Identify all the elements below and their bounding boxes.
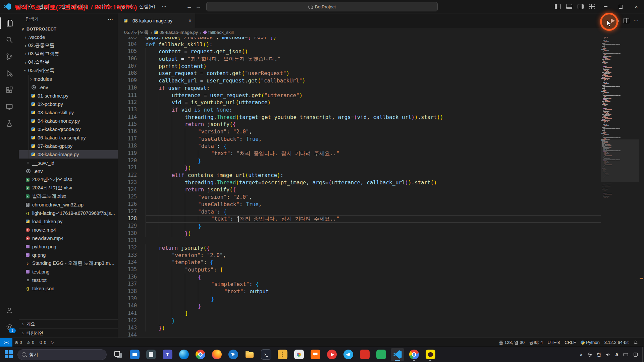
code-line-112[interactable]: 112vid = is_youtube_url(utterance) (118, 99, 601, 106)
taskbar-app-app-red-icon[interactable] (358, 348, 371, 361)
tab-close-icon[interactable]: × (189, 18, 192, 24)
status-warning[interactable]: ⚠0 (24, 338, 37, 347)
code-line-125[interactable]: 125"version": "2.0", (118, 193, 601, 201)
code-line-136[interactable]: 136{ (118, 274, 601, 281)
folder-item-04.슬랙봇[interactable]: ›04.슬랙봇 (19, 58, 118, 66)
file-item-08-kakao-image.py[interactable]: 08-kakao-image.py (19, 150, 118, 159)
status-crlf[interactable]: CRLF (562, 340, 578, 345)
code-line-126[interactable]: 126"useCallback": True, (118, 201, 601, 208)
status-error[interactable]: ⊘0 (12, 338, 24, 347)
toggle-secondary-sidebar-icon[interactable] (578, 4, 584, 9)
taskbar-app-archive-icon[interactable] (276, 348, 289, 361)
file-item-light-lacing-417619-a67070968f7b.js...[interactable]: {}light-lacing-417619-a67070968f7b.js... (19, 209, 118, 217)
code-line-141[interactable]: 141] (118, 310, 601, 317)
taskbar-app-chrome-icon[interactable] (194, 348, 207, 361)
code-line-117[interactable]: 117"useCallback": True, (118, 135, 601, 143)
file-item-2024댄스가요.xlsx[interactable]: x2024댄스가요.xlsx (19, 175, 118, 184)
code-line-124[interactable]: 124return jsonify({ (118, 186, 601, 193)
file-item-load_token.py[interactable]: load_token.py (19, 217, 118, 226)
file-item-04-kakao-money.py[interactable]: 04-kakao-money.py (19, 117, 118, 125)
explorer-icon[interactable] (0, 15, 19, 32)
file-item-발라드노래.xlsx[interactable]: x발라드노래.xlsx (19, 192, 118, 200)
folder-item-modules[interactable]: ›modules (19, 75, 118, 83)
code-line-122[interactable]: 122elif contains_image_url(utterance): (118, 172, 601, 179)
taskbar-app-paint-icon[interactable] (292, 348, 306, 361)
taskbar-app-teams-icon[interactable] (161, 348, 174, 361)
code-line-104[interactable]: 104def fallback_skill(): (118, 41, 601, 48)
workspace-section-header[interactable]: ∨ BOTPROJECT (19, 25, 118, 33)
sidebar-section-개요[interactable]: ›개요 (19, 319, 118, 328)
account-icon[interactable] (0, 302, 19, 319)
tray-network-icon[interactable] (587, 352, 592, 357)
minimap-slider[interactable] (601, 139, 639, 182)
file-item-.env[interactable]: .env (19, 167, 118, 175)
code-line-128[interactable]: 128"text": "처리 중입니다. 잠시 기다려 주세요.." (118, 215, 601, 223)
file-item-test.png[interactable]: test.png (19, 267, 118, 276)
folder-item-.vscode[interactable]: ›.vscode (19, 33, 118, 41)
code-line-107[interactable]: 107pprint(content) (118, 63, 601, 70)
settings-icon[interactable]: 1 (0, 319, 19, 336)
code-line-108[interactable]: 108user_request = content.get("userReque… (118, 70, 601, 77)
taskbar-app-thunderbird-icon[interactable] (226, 348, 240, 361)
code-line-138[interactable]: 138"text": output (118, 288, 601, 295)
file-item-__save_id[interactable]: ≡__save_id (19, 159, 118, 167)
file-item-Standing EGG - 오래된 노래.mp3.mp3[interactable]: ♪Standing EGG - 오래된 노래.mp3.mp3 (19, 259, 118, 267)
taskbar-app-terminal-icon[interactable] (259, 348, 273, 361)
tab-08-kakao-image[interactable]: 08-kakao-image.py × (118, 13, 195, 28)
run-debug-icon[interactable] (0, 65, 19, 82)
file-item-python.png[interactable]: python.png (19, 242, 118, 251)
taskbar-app-kakaotalk-icon[interactable] (424, 348, 437, 361)
taskbar-app-task-view-icon[interactable] (111, 348, 125, 361)
folder-item-02.공통모듈[interactable]: ›02.공통모듈 (19, 41, 118, 50)
code-editor[interactable]: 103@app.route("/fallback", methods=["POS… (118, 37, 644, 338)
code-line-131[interactable]: 131 (118, 237, 601, 244)
tray-ime-a-icon[interactable]: A (615, 352, 619, 357)
file-item-movie.mp4[interactable]: ▸movie.mp4 (19, 226, 118, 234)
breadcrumb-08-kakao-image.py[interactable]: 08-kakao-image.py (154, 30, 198, 35)
tray-hangul-icon[interactable]: 한 (597, 352, 601, 358)
code-line-139[interactable]: 139} (118, 295, 601, 303)
file-item-2024최신가요.xlsx[interactable]: x2024최신가요.xlsx (19, 184, 118, 192)
taskbar-app-edge-icon[interactable] (177, 348, 191, 361)
file-item-newdawn.mp4[interactable]: ▸newdawn.mp4 (19, 234, 118, 242)
taskbar-app-vscode-icon[interactable] (391, 348, 404, 361)
taskbar-app-kakaowork-icon[interactable] (309, 348, 322, 361)
sidebar-section-타임라인[interactable]: ›타임라인 (19, 328, 118, 338)
code-line-110[interactable]: 110if user_request: (118, 84, 601, 92)
code-line-109[interactable]: 109callback_url = user_request.get("call… (118, 77, 601, 84)
code-line-142[interactable]: 142} (118, 317, 601, 324)
folder-item-03.텔레그램봇[interactable]: ›03.텔레그램봇 (19, 50, 118, 58)
taskbar-search[interactable]: 찾기 (17, 349, 107, 360)
status-python[interactable]: Python (578, 340, 602, 345)
code-line-127[interactable]: 127"data": { (118, 208, 601, 216)
file-item-.env[interactable]: .env (19, 83, 118, 92)
forward-arrow-icon[interactable]: → (196, 3, 201, 10)
breadcrumb-fallback_skill[interactable]: fallback_skill (204, 30, 234, 35)
toggle-sidebar-icon[interactable] (555, 4, 561, 9)
taskbar-app-app-green-icon[interactable] (374, 348, 388, 361)
file-item-06-kakao-transcript.py[interactable]: 06-kakao-transcript.py (19, 133, 118, 142)
code-line-103[interactable]: 103@app.route("/fallback", methods=["POS… (118, 37, 601, 41)
toggle-panel-icon[interactable] (566, 4, 572, 9)
status-bolt[interactable]: ↯0 (37, 338, 49, 347)
split-editor-icon[interactable] (624, 18, 629, 23)
status-bell[interactable] (631, 340, 641, 345)
taskbar-app-media-player-icon[interactable] (325, 348, 338, 361)
status-줄-128-열-30[interactable]: 줄 128, 열 30 (496, 340, 527, 346)
code-line-115[interactable]: 115return jsonify({ (118, 121, 601, 128)
file-item-test.txt[interactable]: ≡test.txt (19, 276, 118, 284)
code-line-114[interactable]: 114threading.Thread(target=get_youtube_t… (118, 114, 601, 121)
code-line-134[interactable]: 134"template": { (118, 259, 601, 266)
status-공백-4[interactable]: 공백: 4 (527, 340, 545, 346)
file-item-03-kakao-skill.py[interactable]: 03-kakao-skill.py (19, 108, 118, 117)
taskbar-app-file-explorer-icon[interactable] (243, 348, 256, 361)
file-item-token.json[interactable]: {}token.json (19, 284, 118, 293)
editor-more-icon[interactable]: ⋯ (633, 17, 639, 24)
source-control-icon[interactable] (0, 48, 19, 65)
code-line-135[interactable]: 135"outputs": [ (118, 266, 601, 274)
code-line-119[interactable]: 119"text": "처리 중입니다. 잠시 기다려 주세요.." (118, 150, 601, 157)
code-line-105[interactable]: 105content = request.get_json() (118, 48, 601, 55)
back-arrow-icon[interactable]: ← (186, 3, 192, 10)
code-line-121[interactable]: 121}) (118, 164, 601, 172)
code-line-106[interactable]: 106output = "죄송합니다. 알아듣지 못했습니다." (118, 55, 601, 63)
